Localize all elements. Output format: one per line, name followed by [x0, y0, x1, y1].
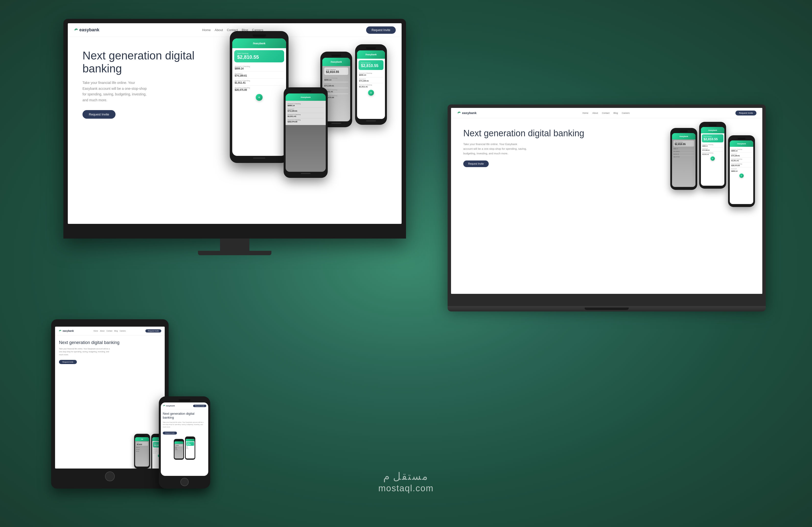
monitor-stand	[63, 238, 406, 255]
tablet-hero-cta[interactable]: Request Invite	[59, 360, 77, 364]
tablet-cta[interactable]: Request Invite	[145, 329, 161, 333]
tablet-headline: Next generation digital banking	[59, 340, 161, 346]
phone-right-device: //easybank Account 1 Checking $899.14 Ac…	[284, 87, 328, 178]
laptop-hero: Next generation digital banking Take you…	[451, 118, 762, 294]
laptop-nav-home[interactable]: Home	[582, 112, 588, 114]
tablet-nav-about[interactable]: About	[100, 330, 104, 332]
laptop-headline: Next generation digital banking	[463, 128, 608, 138]
phone-small-description: Take your financial life online. Your Ea…	[163, 421, 206, 428]
hero-headline: Next generation digital banking	[83, 49, 220, 75]
laptop-device: easybank Home About Contact Blog Careers…	[448, 104, 766, 311]
tablet-description: Take your financial life online. Your Ea…	[59, 348, 113, 356]
tablet-nav: Home About Contact Blog Careers	[93, 330, 126, 332]
laptop-base	[448, 306, 766, 311]
stand-neck	[220, 238, 249, 251]
brand-logo: easybank	[74, 27, 99, 32]
tablet-nav-blog[interactable]: Blog	[114, 330, 118, 332]
laptop-phone-2: //easybank Total Checking $2,810.55 Acco…	[699, 122, 726, 189]
tablet-phone-1: //eb Total $2,810 $899.14 $74,189	[134, 434, 150, 469]
laptop-nav: Home About Contact Blog Careers	[582, 112, 630, 114]
phone-small-device: easybank Request Invite Next generation …	[159, 396, 210, 488]
nav-home[interactable]: Home	[202, 28, 211, 32]
phone-small-cta[interactable]: Request Invite	[193, 405, 206, 407]
tablet-header: easybank Home About Contact Blog Careers…	[55, 327, 165, 335]
stand-base	[198, 251, 271, 255]
phone-small-header: easybank Request Invite	[161, 402, 208, 409]
laptop-nav-careers[interactable]: Careers	[622, 112, 630, 114]
watermark-icon: م	[383, 470, 391, 482]
phone-small-hero: Next generation digital banking Take you…	[161, 409, 208, 460]
laptop-screen: easybank Home About Contact Blog Careers…	[451, 108, 762, 294]
laptop-header: easybank Home About Contact Blog Careers…	[451, 108, 762, 118]
tablet-bezel: easybank Home About Contact Blog Careers…	[51, 319, 169, 488]
tablet-logo: easybank	[58, 330, 74, 333]
laptop-phones: //easybank Total Checking $2,810.55 $899…	[670, 121, 755, 207]
laptop-hero-text: Next generation digital banking Take you…	[463, 128, 608, 294]
phone-center-device: //easybank Total Checking $2,810.55 Acco…	[230, 31, 289, 163]
phone-small-logo: easybank	[163, 405, 175, 407]
phone-small-hero-cta[interactable]: Request Invite	[163, 431, 177, 435]
laptop-phone-1: //easybank Total Checking $2,810.55 $899…	[670, 128, 697, 190]
tablet-nav-contact[interactable]: Contact	[106, 330, 112, 332]
hero-description: Take your financial life online. Your Ea…	[83, 80, 151, 103]
phone-small-website: easybank Request Invite Next generation …	[161, 402, 208, 476]
laptop-nav-contact[interactable]: Contact	[602, 112, 610, 114]
phone-small-headline: Next generation digital banking	[163, 412, 206, 420]
watermark-url: mostaql.com	[378, 483, 434, 494]
laptop-brand-logo: easybank	[457, 111, 477, 115]
tablet-nav-careers[interactable]: Careers	[120, 330, 126, 332]
nav-about[interactable]: About	[215, 28, 223, 32]
laptop-hero-cta[interactable]: Request Invite	[463, 161, 489, 167]
phone-tiny-1: $2,810 $899 $74k $1,911	[174, 439, 184, 460]
laptop-nav-blog[interactable]: Blog	[613, 112, 618, 114]
tablet-device: easybank Home About Contact Blog Careers…	[51, 319, 169, 488]
laptop-phone-3: //easybank Account 1 Checking $899.14 Ac…	[728, 135, 755, 207]
hero-text: Next generation digital banking Take you…	[83, 49, 220, 119]
hero-cta-button[interactable]: Request Invite	[83, 110, 116, 119]
laptop-bezel: easybank Home About Contact Blog Careers…	[448, 104, 766, 306]
scene: easybank Home About Contact Blog Careers…	[39, 19, 773, 508]
request-invite-button[interactable]: Request Invite	[366, 26, 396, 34]
phone-tiny-2: Total $2,810 $899$74k$1,911	[185, 437, 195, 460]
tablet-website: easybank Home About Contact Blog Careers…	[55, 327, 165, 469]
laptop-hinge-notch	[585, 308, 629, 310]
phone-mockup-2: //easybank Total Checking $2,810.55 Acco…	[355, 44, 387, 125]
laptop-nav-about[interactable]: About	[592, 112, 598, 114]
laptop-cta[interactable]: Request Invite	[735, 111, 756, 116]
hero-phones: //easybank Total Checking $2,810.55 Acco…	[320, 42, 387, 127]
tablet-nav-home[interactable]: Home	[93, 330, 98, 332]
tablet-screen: easybank Home About Contact Blog Careers…	[55, 327, 165, 469]
watermark-text: مستقل	[393, 470, 429, 482]
phone-small-phones: $2,810 $899 $74k $1,911	[163, 437, 206, 460]
tablet-hero: Next generation digital banking Take you…	[55, 335, 165, 469]
watermark-logo: م مستقل	[378, 470, 434, 482]
watermark: م مستقل mostaql.com	[378, 470, 434, 494]
phone-small-home-button[interactable]	[180, 478, 189, 486]
tablet-home-button[interactable]	[105, 471, 115, 481]
laptop-description: Take your financial life online. Your Ea…	[463, 142, 527, 156]
